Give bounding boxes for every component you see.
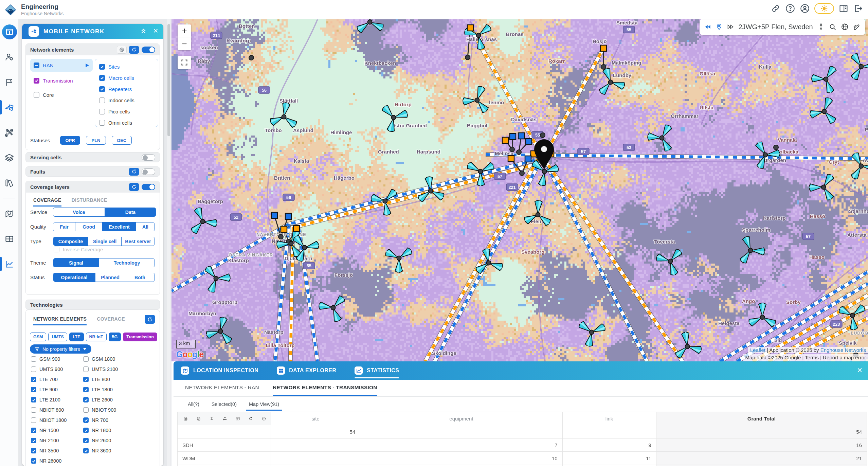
sidebar-item-tools[interactable]: [0, 120, 19, 145]
type-composite[interactable]: Composite: [53, 237, 88, 246]
radar-icon[interactable]: [117, 46, 127, 54]
sidebar-item-map[interactable]: [0, 201, 19, 226]
status-dec-button[interactable]: DEC: [112, 136, 132, 145]
sum-icon[interactable]: Σ: [210, 414, 214, 423]
band-umts-900[interactable]: UMTS 900: [31, 366, 63, 372]
filter-tab-0[interactable]: All(?): [185, 400, 202, 411]
cell-site-marker[interactable]: [733, 232, 768, 266]
theme-technology[interactable]: Technology: [99, 258, 155, 267]
network-elements-toggle[interactable]: [142, 47, 155, 53]
band-nbiot-900[interactable]: NBIOT 900: [83, 407, 116, 413]
band-nr-3600[interactable]: NR 3600: [83, 448, 111, 453]
cell-site-marker[interactable]: [671, 330, 703, 360]
band-nr-2100[interactable]: NR 2100: [31, 438, 59, 443]
logout-icon[interactable]: [853, 3, 863, 14]
site-dot[interactable]: [774, 145, 778, 150]
cell-site-marker[interactable]: [520, 197, 558, 235]
band-lte-2600[interactable]: LTE 2600: [83, 397, 113, 402]
location-pin-icon[interactable]: [716, 23, 722, 30]
ran-child-sites[interactable]: Sites: [99, 63, 158, 70]
tab-disturbance[interactable]: DISTURBANCE: [72, 197, 107, 207]
serving-cells-bar[interactable]: Serving cells: [25, 152, 160, 162]
bottom-close-icon[interactable]: ✕: [857, 366, 863, 374]
tab-network-elements[interactable]: NETWORK ELEMENTS: [33, 316, 87, 325]
property-filter-button[interactable]: No property filters: [30, 344, 91, 354]
cell-site-marker[interactable]: [182, 203, 220, 242]
cell-site-marker[interactable]: [315, 288, 354, 326]
table-row[interactable]: 5454: [178, 425, 867, 438]
equipment-marker-orange[interactable]: [467, 25, 473, 31]
equipment-marker-orange[interactable]: [502, 137, 508, 143]
filter-tab-2[interactable]: Map View(91): [246, 400, 282, 411]
status-operational[interactable]: Operational: [53, 273, 95, 282]
sidebar-item-layout[interactable]: [0, 19, 19, 44]
transmission-link[interactable]: [543, 48, 603, 158]
cell-site-marker[interactable]: [808, 64, 844, 98]
equipment-marker-blue[interactable]: [518, 133, 524, 139]
pivot-icon[interactable]: [236, 414, 240, 423]
refresh-icon[interactable]: [129, 46, 139, 54]
column-header[interactable]: site: [271, 412, 360, 425]
site-dot[interactable]: [278, 234, 283, 239]
cell-site-marker[interactable]: [204, 264, 232, 294]
equipment-marker-blue[interactable]: [285, 213, 291, 219]
equipment-marker-orange[interactable]: [281, 226, 287, 232]
column-header[interactable]: equipment: [360, 412, 562, 425]
ran-child-pico-cells[interactable]: Pico cells: [99, 108, 158, 115]
quality-excellent[interactable]: Excellent: [102, 222, 136, 231]
cell-site-marker[interactable]: [356, 19, 384, 33]
map-area[interactable]: BottenKvarntorpsockenRåbySlättfallTorsbo…: [171, 19, 868, 361]
globe-icon[interactable]: [841, 23, 849, 31]
pegman-icon[interactable]: [817, 23, 825, 31]
quality-good[interactable]: Good: [75, 222, 102, 231]
sidebar-item-user-settings[interactable]: [0, 44, 19, 70]
table-refresh-icon[interactable]: [249, 414, 253, 423]
close-icon[interactable]: [153, 28, 159, 34]
theme-signal[interactable]: Signal: [53, 258, 99, 267]
type-best-server[interactable]: Best server: [121, 237, 155, 246]
band-nbiot-1800[interactable]: NBIOT 1800: [31, 417, 67, 423]
cell-site-marker[interactable]: [806, 167, 844, 204]
collapse-icon[interactable]: [140, 28, 147, 34]
fullscreen-button[interactable]: [178, 56, 191, 69]
site-dot[interactable]: [601, 65, 606, 69]
band-nr-2600[interactable]: NR 2600: [83, 438, 111, 443]
band-gsm-900[interactable]: GSM 900: [31, 356, 60, 362]
ran-child-repeaters[interactable]: Repeaters: [99, 85, 158, 93]
equipment-marker-blue[interactable]: [525, 156, 531, 162]
serving-cells-toggle[interactable]: [142, 154, 155, 161]
cell-site-marker[interactable]: [574, 318, 607, 350]
equipment-marker-orange[interactable]: [293, 226, 300, 232]
group-ran[interactable]: RAN: [30, 59, 93, 72]
inverse-coverage-row[interactable]: Inverse Coverage: [54, 247, 103, 252]
tab-coverage[interactable]: COVERAGE: [33, 197, 61, 207]
column-header[interactable]: link: [562, 412, 656, 425]
equipment-marker-blue[interactable]: [526, 139, 532, 145]
search-input[interactable]: 2JWG+5P Flen, Sweden: [738, 23, 813, 31]
theme-toggle[interactable]: [814, 3, 834, 14]
subtab-1[interactable]: NETWORK ELEMENTS - TRANSMISSION: [273, 384, 377, 396]
map-search-bar[interactable]: 2JWG+5P Flen, Sweden: [700, 19, 865, 35]
faults-refresh-icon[interactable]: [129, 168, 139, 176]
site-dot[interactable]: [510, 147, 514, 152]
status-planned[interactable]: Planned: [95, 273, 125, 282]
sidebar-item-chart[interactable]: [0, 251, 19, 276]
type-single-cell[interactable]: Single cell: [88, 237, 121, 246]
chip-gsm[interactable]: GSM: [30, 333, 46, 341]
cell-site-marker[interactable]: [848, 151, 868, 182]
cell-site-marker[interactable]: [384, 247, 413, 273]
sort-icon[interactable]: [262, 414, 266, 423]
cell-site-marker[interactable]: [646, 122, 674, 153]
table-row[interactable]: SDH7916: [178, 438, 867, 452]
sidebar-item-palette[interactable]: [0, 170, 19, 195]
band-lte-1800[interactable]: LTE 1800: [83, 387, 113, 392]
ran-child-indoor-cells[interactable]: Indoor cells: [99, 96, 158, 104]
cell-site-marker[interactable]: [841, 49, 868, 86]
sidebar-item-flag[interactable]: [0, 70, 19, 95]
edit-icon[interactable]: [853, 23, 861, 31]
ran-checkbox[interactable]: [34, 62, 39, 68]
chart-icon[interactable]: [223, 414, 227, 423]
faults-bar[interactable]: Faults: [25, 166, 160, 177]
site-dot[interactable]: [249, 55, 254, 60]
equipment-marker-orange[interactable]: [508, 156, 514, 162]
